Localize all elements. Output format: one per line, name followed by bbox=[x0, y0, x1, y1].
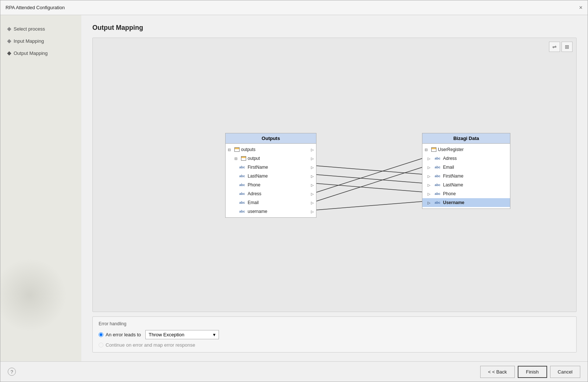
footer-right: < < Back Finish Cancel bbox=[480, 366, 580, 378]
mapping-canvas: Outputs ⊟ outputs ▷ bbox=[93, 38, 576, 312]
row-label: outputs bbox=[241, 147, 309, 152]
sidebar: Select process Input Mapping Output Mapp… bbox=[0, 15, 81, 361]
error-option-2-text: Continue on error and map error response bbox=[106, 342, 195, 348]
table-row: ▷ abc Email bbox=[422, 163, 510, 172]
table-row: ▷ abc Phone bbox=[422, 189, 510, 198]
error-dropdown[interactable]: Throw Exception ▾ bbox=[145, 330, 219, 339]
arrow-right-icon: ▷ bbox=[311, 165, 314, 169]
row-label: Email bbox=[248, 200, 309, 205]
error-row-1: An error leads to Throw Exception ▾ bbox=[99, 330, 570, 339]
row-label: Email bbox=[443, 165, 508, 170]
abc-icon: abc bbox=[435, 200, 440, 205]
cancel-button[interactable]: Cancel bbox=[550, 366, 580, 378]
error-handling-title: Error handling bbox=[99, 321, 570, 326]
row-label: LastName bbox=[443, 182, 508, 188]
incoming-arrow-icon: ▷ bbox=[428, 174, 431, 178]
abc-icon: abc bbox=[240, 209, 245, 214]
bizagi-table-body: ⊟ UserRegister ▷ abc Adress bbox=[422, 144, 510, 208]
table-row: abc Adress ▷ bbox=[226, 189, 316, 198]
row-label: FirstName bbox=[443, 174, 508, 179]
title-bar: RPA Attended Configuration × bbox=[0, 0, 588, 15]
content-area: Output Mapping ⇌ ⊞ bbox=[81, 15, 588, 361]
svg-line-3 bbox=[316, 157, 427, 192]
error-radio-2[interactable] bbox=[99, 343, 103, 347]
table-row: abc LastName ▷ bbox=[226, 172, 316, 181]
expand-icon[interactable]: ⊟ bbox=[234, 157, 240, 161]
back-button[interactable]: < < Back bbox=[480, 366, 514, 378]
close-button[interactable]: × bbox=[579, 5, 582, 11]
incoming-arrow-icon: ▷ bbox=[428, 165, 431, 169]
table-row: ▷ abc Adress bbox=[422, 154, 510, 163]
incoming-arrow-icon: ▷ bbox=[428, 183, 431, 187]
diamond-icon bbox=[7, 39, 11, 43]
table-row: ⊟ output ▷ bbox=[226, 154, 316, 163]
table-row: ▷ abc LastName bbox=[422, 181, 510, 189]
sidebar-item-output-mapping[interactable]: Output Mapping bbox=[8, 50, 74, 56]
table-row: abc username ▷ bbox=[226, 207, 316, 216]
row-label: Adress bbox=[248, 191, 309, 196]
arrow-right-icon: ▷ bbox=[311, 183, 314, 187]
table-row: abc Phone ▷ bbox=[226, 181, 316, 189]
abc-icon: abc bbox=[240, 174, 245, 179]
table-row: abc Email ▷ bbox=[226, 198, 316, 207]
table-row: ⊟ outputs ▷ bbox=[226, 145, 316, 154]
outputs-table-header: Outputs bbox=[226, 133, 316, 144]
finish-button[interactable]: Finish bbox=[518, 366, 547, 378]
error-handling-section: Error handling An error leads to Throw E… bbox=[92, 316, 577, 353]
svg-line-1 bbox=[316, 175, 427, 183]
abc-icon: abc bbox=[240, 182, 245, 188]
table-node-icon bbox=[234, 147, 240, 152]
bizagi-table-header: Bizagi Data bbox=[422, 133, 510, 144]
row-label: UserRegister bbox=[438, 147, 508, 152]
row-label: Phone bbox=[443, 191, 508, 196]
row-label: LastName bbox=[248, 174, 309, 179]
arrow-right-icon: ▷ bbox=[311, 148, 314, 152]
row-label: Phone bbox=[248, 182, 309, 188]
diamond-icon bbox=[7, 51, 11, 55]
error-option-2-label[interactable]: Continue on error and map error response bbox=[99, 342, 195, 348]
arrow-right-icon: ▷ bbox=[311, 174, 314, 178]
row-label: Adress bbox=[443, 156, 508, 161]
sidebar-item-select-process[interactable]: Select process bbox=[8, 26, 74, 32]
expand-icon[interactable]: ⊟ bbox=[228, 148, 233, 152]
error-radio-1[interactable] bbox=[99, 332, 103, 337]
row-label: Username bbox=[443, 200, 508, 205]
svg-line-4 bbox=[316, 166, 427, 201]
table-row: ▷ abc FirstName bbox=[422, 172, 510, 181]
table-row: ⊟ UserRegister bbox=[422, 145, 510, 154]
help-button[interactable]: ? bbox=[8, 368, 16, 376]
abc-icon: abc bbox=[435, 165, 440, 170]
dropdown-value: Throw Exception bbox=[149, 332, 184, 337]
main-content: Select process Input Mapping Output Mapp… bbox=[0, 15, 588, 361]
sidebar-item-input-mapping[interactable]: Input Mapping bbox=[8, 38, 74, 44]
arrow-right-icon: ▷ bbox=[311, 201, 314, 205]
incoming-arrow-icon: ▷ bbox=[428, 201, 431, 205]
table-node-icon bbox=[241, 156, 246, 161]
incoming-arrow-icon: ▷ bbox=[428, 157, 431, 161]
error-option-1-label[interactable]: An error leads to bbox=[99, 332, 141, 337]
arrow-right-icon: ▷ bbox=[311, 157, 314, 161]
row-label: output bbox=[248, 156, 309, 161]
mapping-container: ⇌ ⊞ bbox=[92, 38, 577, 312]
window-title: RPA Attended Configuration bbox=[6, 5, 65, 10]
table-node-icon bbox=[431, 147, 436, 152]
svg-line-2 bbox=[316, 183, 427, 192]
table-row: abc FirstName ▷ bbox=[226, 163, 316, 172]
abc-icon: abc bbox=[435, 182, 440, 188]
abc-icon: abc bbox=[240, 200, 245, 205]
arrow-right-icon: ▷ bbox=[311, 192, 314, 196]
expand-icon[interactable]: ⊟ bbox=[425, 148, 430, 152]
row-label: username bbox=[248, 209, 309, 214]
outputs-table: Outputs ⊟ outputs ▷ bbox=[225, 133, 316, 218]
abc-icon: abc bbox=[435, 191, 440, 196]
page-title: Output Mapping bbox=[92, 24, 577, 32]
table-row: ▷ abc Username bbox=[422, 198, 510, 207]
svg-line-5 bbox=[316, 201, 427, 210]
abc-icon: abc bbox=[435, 174, 440, 179]
footer-left: ? bbox=[8, 368, 16, 376]
sidebar-item-label: Output Mapping bbox=[14, 50, 48, 56]
outputs-table-body: ⊟ outputs ▷ ⊟ output ▷ bbox=[226, 144, 316, 217]
diamond-icon bbox=[7, 27, 11, 31]
sidebar-item-label: Input Mapping bbox=[14, 38, 44, 44]
sidebar-item-label: Select process bbox=[14, 26, 45, 32]
